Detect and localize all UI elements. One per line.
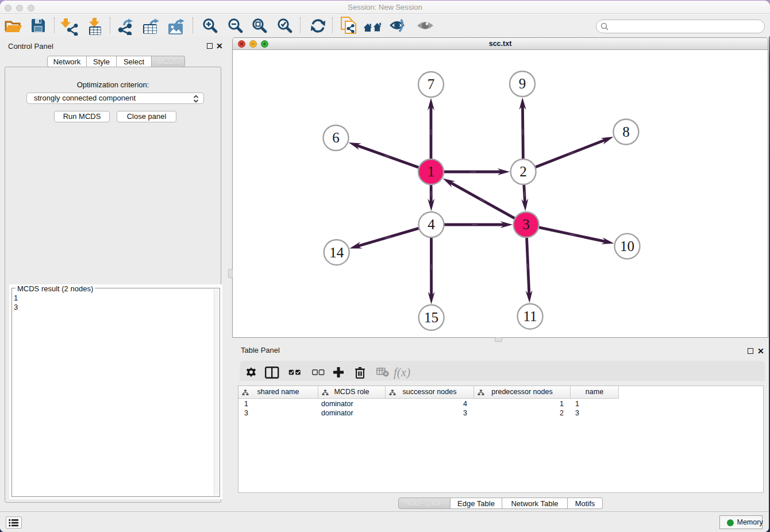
svg-text:1: 1 <box>428 164 435 179</box>
svg-text:11: 11 <box>523 309 537 324</box>
svg-text:14: 14 <box>329 245 344 260</box>
svg-text:7: 7 <box>428 76 435 92</box>
svg-text:4: 4 <box>428 217 435 232</box>
svg-text:6: 6 <box>332 130 340 145</box>
svg-text:2: 2 <box>519 164 527 179</box>
svg-text:10: 10 <box>620 238 634 254</box>
svg-text:15: 15 <box>424 310 438 325</box>
svg-text:9: 9 <box>519 76 526 91</box>
svg-text:8: 8 <box>622 124 630 140</box>
svg-text:3: 3 <box>522 217 530 232</box>
